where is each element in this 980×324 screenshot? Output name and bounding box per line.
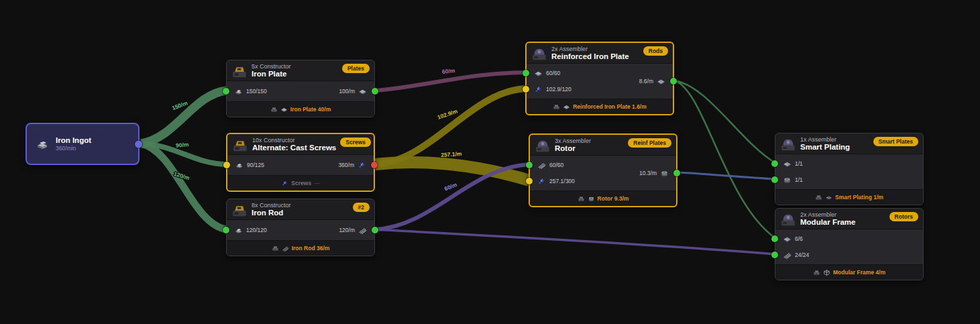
machine-mini-icon — [578, 195, 585, 203]
node-header: 5x Constructor Iron Plate Plates — [227, 60, 374, 80]
port-iron-ingot-output[interactable] — [135, 140, 142, 148]
port-iron-plate-output[interactable] — [372, 88, 378, 95]
output-qty: 100/m — [339, 88, 355, 95]
input-qty: 150/150 — [246, 88, 267, 95]
input-row: 6/6 — [775, 231, 923, 247]
machine-mini-icon — [270, 106, 278, 113]
machine-count: 10x Constructor — [252, 137, 336, 144]
input-row: 90/125 — [227, 157, 331, 173]
output-qty: 120/m — [339, 227, 355, 233]
node-modular-frame[interactable]: 2x Assembler Modular Frame Rotors 6/6 24… — [775, 208, 924, 280]
iron-ingot-icon — [234, 87, 243, 96]
node-header: 1x Assembler Smart Plating Smart Plates — [775, 133, 923, 154]
edge-iron-rod-to-modular-frame[interactable] — [375, 229, 775, 254]
input-row: 1/1 — [775, 172, 923, 188]
port-iron-rod-output[interactable] — [372, 227, 378, 233]
input-row: 102.9/120 — [527, 81, 632, 97]
edge-ingot-to-iron-plate[interactable] — [141, 91, 227, 144]
iron-ingot-icon — [234, 226, 243, 235]
node-iron-ingot[interactable]: Iron Ingot 360/min — [25, 123, 140, 165]
input-row: 150/150 — [227, 83, 331, 99]
edge-label-ingot-to-cast-screws: 90/m — [176, 141, 190, 149]
port-rip-input-screws[interactable] — [523, 86, 529, 93]
node-iron-plate[interactable]: 5x Constructor Iron Plate Plates 150/150… — [226, 60, 375, 117]
input-qty: 6/6 — [795, 235, 803, 242]
screw-icon — [281, 180, 288, 187]
node-footer: Iron Rod 36/m — [227, 240, 374, 256]
edge-iron-plate-to-reinforced-iron-plate[interactable] — [375, 72, 526, 91]
iron-plate-icon — [358, 87, 367, 96]
screw-icon — [534, 85, 543, 94]
port-smart-plating-input-rotors[interactable] — [771, 176, 778, 183]
node-reinforced-iron-plate[interactable]: 2x Assembler Reinforced Iron Plate Rods … — [525, 42, 674, 115]
node-rotor[interactable]: 3x Assembler Rotor Reinf Plates 60/60 25… — [529, 133, 677, 207]
input-row: 257.1/300 — [530, 173, 632, 189]
port-modular-frame-input-rods[interactable] — [771, 252, 778, 258]
reinforced-plate-icon — [783, 235, 792, 244]
port-rip-output[interactable] — [670, 78, 677, 85]
edge-cast-screws-to-rotor[interactable] — [375, 162, 529, 180]
resource-rate: 360/min — [56, 145, 91, 152]
machine-count: 3x Assembler — [555, 138, 591, 144]
node-footer: Reinforced Iron Plate 1.6/m — [527, 99, 673, 114]
node-cast-screws[interactable]: 10x Constructor Alternate: Cast Screws S… — [226, 133, 375, 192]
node-title: Rotor — [555, 144, 591, 153]
assembler-icon — [531, 46, 547, 62]
port-rip-input-plates[interactable] — [523, 70, 529, 76]
machine-mini-icon — [553, 103, 560, 111]
node-iron-rod[interactable]: 8x Constructor Iron Rod #2 120/120 120/m — [226, 199, 375, 256]
surplus-label: Screws — [291, 180, 311, 186]
node-header: 8x Constructor Iron Rod #2 — [227, 199, 374, 219]
output-row: 10.3/m — [632, 165, 676, 181]
output-row: 120/m — [331, 222, 374, 238]
node-title: Alternate: Cast Screws — [252, 144, 336, 152]
input-qty: 60/60 — [549, 162, 563, 168]
screw-icon — [537, 177, 546, 186]
edge-rotor-to-smart-plating[interactable] — [677, 172, 775, 179]
port-smart-plating-input-plates[interactable] — [771, 160, 778, 167]
surplus-rate: Smart Plating 1/m — [835, 194, 883, 201]
surplus-rate: Modular Frame 4/m — [833, 269, 885, 276]
port-rotor-output[interactable] — [673, 170, 680, 176]
output-tag-badge: Screws — [340, 138, 371, 147]
assembler-icon — [535, 138, 551, 154]
input-row: 1/1 — [775, 156, 923, 172]
node-header: 10x Constructor Alternate: Cast Screws S… — [227, 134, 374, 154]
constructor-icon — [231, 203, 248, 219]
output-tag-badge: #2 — [353, 203, 370, 212]
input-qty: 120/120 — [246, 227, 267, 233]
machine-mini-icon — [813, 269, 820, 276]
port-rotor-input-rods[interactable] — [526, 162, 533, 168]
port-modular-frame-input-plates[interactable] — [771, 235, 778, 242]
port-rotor-input-screws[interactable] — [526, 178, 533, 184]
node-footer: Screws — — [227, 175, 374, 191]
machine-mini-icon — [815, 194, 822, 201]
port-iron-rod-input[interactable] — [223, 227, 229, 233]
node-smart-plating[interactable]: 1x Assembler Smart Plating Smart Plates … — [775, 133, 924, 205]
input-row: 120/120 — [227, 222, 331, 238]
output-qty: 8.6/m — [639, 78, 653, 85]
port-cast-screws-input[interactable] — [223, 162, 230, 168]
iron-rod-icon — [537, 161, 546, 170]
input-qty: 257.1/300 — [549, 178, 575, 184]
reinforced-plate-icon — [657, 77, 665, 86]
machine-count: 8x Constructor — [252, 202, 291, 209]
input-qty: 1/1 — [795, 160, 803, 167]
graph-canvas[interactable]: 150/m 90/m 120/m 60/m 102.9/m 257.1/m 60… — [0, 0, 980, 324]
input-qty: 24/24 — [795, 252, 809, 258]
edge-label-iron-rod-to-rotor: 60/m — [443, 181, 458, 193]
node-header: 2x Assembler Reinforced Iron Plate Rods — [527, 43, 673, 63]
output-tag-badge: Rotors — [889, 212, 918, 221]
node-header: 2x Assembler Modular Frame Rotors — [775, 209, 923, 229]
node-footer: Modular Frame 4/m — [775, 264, 923, 280]
output-qty: 360/m — [338, 162, 354, 168]
port-iron-plate-input[interactable] — [223, 88, 229, 95]
rotor-icon — [588, 195, 595, 203]
input-row: 60/60 — [530, 157, 632, 173]
node-title: Iron Plate — [252, 70, 291, 78]
surplus-rate: Iron Rod 36/m — [292, 245, 330, 252]
machine-count: 2x Assembler — [800, 211, 855, 218]
surplus-rate: Rotor 9.3/m — [598, 195, 629, 202]
port-cast-screws-output[interactable] — [371, 162, 378, 168]
edge-reinforced-plate-to-modular-frame[interactable] — [674, 80, 775, 238]
